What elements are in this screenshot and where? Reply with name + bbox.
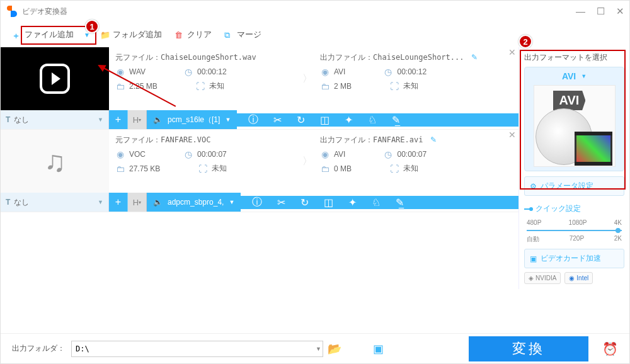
browse-folder-icon[interactable]: 📂 xyxy=(328,342,341,356)
gpu-accel-button[interactable]: ▣ビデオカード加速 xyxy=(524,249,624,268)
hd-button[interactable]: H▾ xyxy=(128,110,147,129)
cut-icon[interactable]: ✂ xyxy=(273,114,282,126)
add-track-button[interactable]: + xyxy=(109,110,128,129)
edit-toolstrip: ⓘ ✂ ↻ ◫ ✦ ♘ ✎̲ xyxy=(237,113,518,127)
output-duration: 00:00:12 xyxy=(397,67,427,76)
file-controlbar: Tなし▼ + H▾ 🔈pcm_s16le（[1]▼ ⓘ ✂ ↻ ◫ ✦ ♘ ✎̲ xyxy=(1,110,518,129)
speaker-icon: 🔈 xyxy=(153,115,163,124)
source-filename: ChaiseLoungeShort.wav xyxy=(161,53,256,62)
output-label: 出力ファイル： xyxy=(320,53,373,62)
maximize-icon[interactable]: ☐ xyxy=(597,6,605,17)
nvidia-badge: ◈NVIDIA xyxy=(524,272,561,284)
folder-plus-icon: 📁 xyxy=(100,30,109,39)
minimize-icon[interactable]: — xyxy=(576,6,585,17)
subtitle-edit-icon[interactable]: ✎̲ xyxy=(392,114,400,126)
output-label: 出力ファイル： xyxy=(320,135,373,144)
params-label: パラメータ設定 xyxy=(541,181,593,191)
chip-icon: ▣ xyxy=(530,254,537,263)
clear-button[interactable]: 🗑 クリア xyxy=(168,26,218,43)
output-folder-input[interactable] xyxy=(71,341,323,357)
output-size: 0 MB xyxy=(334,164,352,173)
parameter-settings-button[interactable]: ⚙パラメータ設定 xyxy=(524,176,624,196)
codec-value: pcm_s16le（[1] xyxy=(168,115,220,125)
merge-button[interactable]: ⧉ マージ xyxy=(218,26,268,43)
file-item: 元ファイル：ChaiseLoungeShort.wav ◉WAV ◷00:00:… xyxy=(1,47,518,130)
footer: 出力フォルダ： ▼ 📂 ▣ 変換 ⏰ xyxy=(1,333,629,363)
effect-icon[interactable]: ✦ xyxy=(348,196,357,208)
open-folder-icon[interactable]: ▣ xyxy=(373,342,384,356)
dim-icon: ⛶ xyxy=(195,81,205,91)
quality-slider[interactable]: 480P1080P4K 自動720P2K xyxy=(524,219,624,244)
audio-codec-dropdown[interactable]: 🔈pcm_s16le（[1]▼ xyxy=(147,110,237,129)
source-info: 元ファイル：ChaiseLoungeShort.wav ◉WAV ◷00:00:… xyxy=(109,47,301,110)
output-format: AVI xyxy=(334,150,345,159)
schedule-icon[interactable]: ⏰ xyxy=(602,341,618,356)
crop-icon[interactable]: ◫ xyxy=(324,196,333,208)
crop-icon[interactable]: ◫ xyxy=(320,114,329,126)
add-folder-label: フォルダ追加 xyxy=(113,29,162,40)
annotation-badge-2: 2 xyxy=(518,35,532,48)
subtitle-value: なし xyxy=(14,115,29,125)
app-logo-icon xyxy=(6,6,17,17)
rotate-icon[interactable]: ↻ xyxy=(301,196,309,208)
effect-icon[interactable]: ✦ xyxy=(345,114,353,126)
close-icon[interactable]: ✕ xyxy=(616,6,624,17)
convert-button[interactable]: 変換 xyxy=(469,336,588,361)
thumbnail[interactable]: ♫ xyxy=(1,130,109,193)
add-track-button[interactable]: + xyxy=(109,193,128,212)
info-icon[interactable]: ⓘ xyxy=(248,113,258,127)
output-dim: 未知 xyxy=(403,81,418,91)
sliders-icon: ⚙ xyxy=(530,182,537,191)
avi-badge: AVI xyxy=(553,91,586,110)
format-icon: ◉ xyxy=(320,67,330,77)
output-format: AVI xyxy=(334,67,345,76)
cut-icon[interactable]: ✂ xyxy=(277,196,285,208)
film-icon xyxy=(575,134,612,164)
intel-icon: ◉ xyxy=(569,275,575,282)
rotate-icon[interactable]: ↻ xyxy=(297,114,305,126)
info-icon[interactable]: ⓘ xyxy=(252,196,262,209)
thumbnail[interactable] xyxy=(1,47,109,110)
size-icon: 🗀 xyxy=(320,164,330,174)
window-title: ビデオ変換器 xyxy=(22,6,67,17)
gpu-label: ビデオカード加速 xyxy=(541,253,601,264)
format-preview: AVI xyxy=(534,85,616,167)
dim-icon: ⛶ xyxy=(198,164,208,174)
watermark-icon[interactable]: ♘ xyxy=(372,196,381,208)
file-list: 元ファイル：ChaiseLoungeShort.wav ◉WAV ◷00:00:… xyxy=(1,47,518,289)
codec-value: adpcm_sbpro_4, xyxy=(168,198,224,207)
output-dim: 未知 xyxy=(403,163,418,174)
subtitle-dropdown[interactable]: Tなし▼ xyxy=(1,110,109,129)
clock-icon: ◷ xyxy=(183,67,193,77)
source-info: 元ファイル：FANFARE.VOC ◉VOC ◷00:00:07 🗀27.75 … xyxy=(109,130,301,193)
source-dim: 未知 xyxy=(212,163,227,174)
size-icon: 🗀 xyxy=(320,81,330,91)
remove-file-button[interactable]: ✕ xyxy=(506,130,518,193)
plus-icon: ＋ xyxy=(12,30,21,39)
merge-label: マージ xyxy=(237,29,261,40)
format-icon: ◉ xyxy=(115,149,125,159)
source-filename: FANFARE.VOC xyxy=(161,135,210,144)
size-icon: 🗀 xyxy=(115,81,125,91)
text-icon: T xyxy=(6,198,10,207)
trash-icon: 🗑 xyxy=(175,30,183,39)
remove-file-button[interactable]: ✕ xyxy=(506,47,518,110)
edit-icon[interactable]: ✎ xyxy=(471,53,478,62)
add-file-button[interactable]: ＋ ファイル追加 xyxy=(6,26,80,43)
edit-icon[interactable]: ✎ xyxy=(430,135,437,144)
audio-codec-dropdown[interactable]: 🔈adpcm_sbpro_4,▼ xyxy=(147,193,241,212)
annotation-badge-1: 1 xyxy=(85,20,99,33)
subtitle-dropdown[interactable]: Tなし▼ xyxy=(1,193,109,212)
edit-toolstrip: ⓘ ✂ ↻ ◫ ✦ ♘ ✎̲ xyxy=(241,196,518,209)
source-label: 元ファイル： xyxy=(115,53,161,62)
output-filename: FANFARE.avi xyxy=(373,135,423,144)
hd-button[interactable]: H▾ xyxy=(128,193,147,212)
dim-icon: ⛶ xyxy=(389,81,399,91)
output-format-selector[interactable]: AVI AVI xyxy=(524,67,624,171)
subtitle-edit-icon[interactable]: ✎̲ xyxy=(396,196,404,208)
watermark-icon[interactable]: ♘ xyxy=(368,114,377,126)
add-file-label: ファイル追加 xyxy=(25,29,74,40)
add-folder-button[interactable]: 📁 フォルダ追加 xyxy=(94,26,168,43)
quick-settings-header: クイック設定 xyxy=(524,203,624,214)
dim-icon: ⛶ xyxy=(389,164,399,174)
